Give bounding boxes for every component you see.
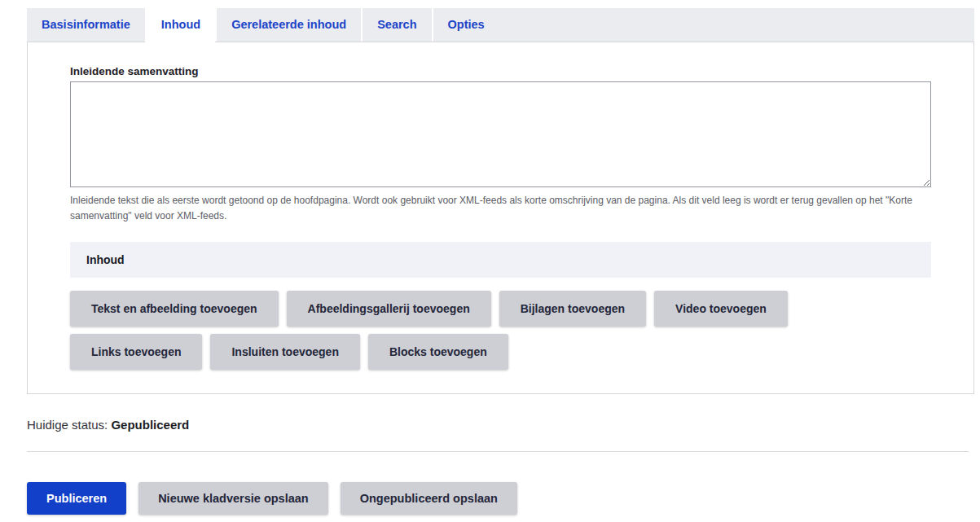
tab-panel-inhoud: Inleidende samenvatting Inleidende tekst… bbox=[27, 42, 974, 394]
tekst-en-afbeelding-toevoegen-button[interactable]: Tekst en afbeelding toevoegen bbox=[70, 291, 279, 327]
blocks-toevoegen-button[interactable]: Blocks toevoegen bbox=[368, 334, 508, 370]
tab-gerelateerde-inhoud[interactable]: Gerelateerde inhoud bbox=[215, 8, 361, 42]
ongepubliceerd-opslaan-button[interactable]: Ongepubliceerd opslaan bbox=[341, 482, 517, 515]
video-toevoegen-button[interactable]: Video toevoegen bbox=[654, 291, 788, 327]
links-toevoegen-button[interactable]: Links toevoegen bbox=[70, 334, 202, 370]
tab-bar: BasisinformatieInhoudGerelateerde inhoud… bbox=[27, 8, 974, 42]
afbeeldingsgallerij-toevoegen-button[interactable]: Afbeeldingsgallerij toevoegen bbox=[287, 291, 491, 327]
publiceren-button[interactable]: Publiceren bbox=[27, 482, 126, 515]
tab-basisinformatie[interactable]: Basisinformatie bbox=[27, 8, 145, 42]
status-value: Gepubliceerd bbox=[111, 418, 189, 432]
add-buttons-group: Tekst en afbeelding toevoegenAfbeeldings… bbox=[70, 291, 931, 377]
tab-search[interactable]: Search bbox=[361, 8, 431, 42]
status-line: Huidige status: Gepubliceerd bbox=[27, 418, 974, 432]
summary-field-label: Inleidende samenvatting bbox=[70, 65, 931, 77]
divider bbox=[27, 451, 969, 452]
summary-textarea[interactable] bbox=[70, 81, 931, 187]
content-section-header: Inhoud bbox=[70, 242, 931, 278]
bijlagen-toevoegen-button[interactable]: Bijlagen toevoegen bbox=[499, 291, 646, 327]
edit-page: BasisinformatieInhoudGerelateerde inhoud… bbox=[0, 0, 980, 515]
summary-help-text: Inleidende tekst die als eerste wordt ge… bbox=[70, 193, 931, 223]
status-label: Huidige status: bbox=[27, 418, 108, 432]
action-buttons-group: PublicerenNieuwe kladversie opslaanOngep… bbox=[27, 482, 974, 515]
tab-opties[interactable]: Opties bbox=[432, 8, 499, 42]
insluiten-toevoegen-button[interactable]: Insluiten toevoegen bbox=[210, 334, 359, 370]
nieuwe-kladversie-opslaan-button[interactable]: Nieuwe kladversie opslaan bbox=[138, 482, 328, 515]
tab-inhoud[interactable]: Inhoud bbox=[145, 8, 215, 42]
